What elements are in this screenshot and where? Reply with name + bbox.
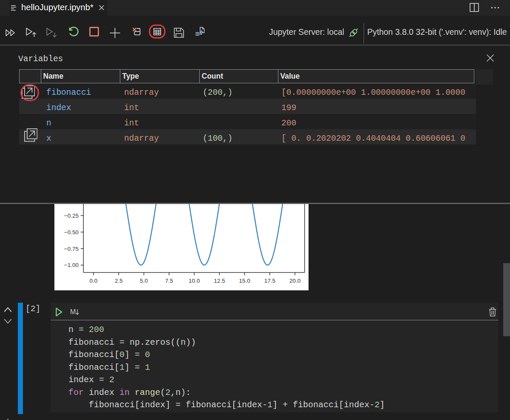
svg-text:2.5: 2.5 [115,278,123,284]
svg-text:0.0: 0.0 [90,278,98,284]
svg-text:10.0: 10.0 [189,278,200,284]
svg-text:−1.00: −1.00 [64,262,79,268]
svg-text:−0.25: −0.25 [64,213,79,219]
svg-text:20.0: 20.0 [289,278,300,284]
svg-text:−0.50: −0.50 [64,229,79,236]
svg-text:15.0: 15.0 [239,278,250,284]
svg-text:−0.75: −0.75 [64,246,79,252]
svg-text:17.5: 17.5 [264,278,275,284]
svg-text:5.0: 5.0 [140,278,148,284]
svg-text:12.5: 12.5 [214,278,225,284]
svg-text:7.5: 7.5 [165,278,173,284]
